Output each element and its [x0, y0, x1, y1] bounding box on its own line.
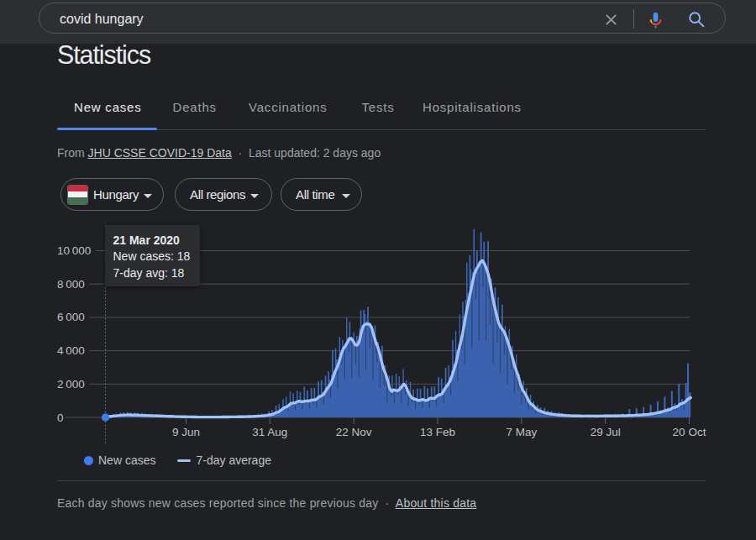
svg-text:2 000: 2 000 — [57, 378, 85, 391]
svg-text:20 Oct: 20 Oct — [673, 426, 706, 438]
svg-text:4 000: 4 000 — [57, 344, 85, 357]
svg-text:10 000: 10 000 — [57, 244, 91, 257]
svg-text:7 May: 7 May — [506, 426, 537, 438]
svg-text:29 Jul: 29 Jul — [591, 426, 621, 438]
svg-text:6 000: 6 000 — [57, 311, 85, 323]
svg-text:0: 0 — [57, 412, 64, 424]
svg-text:9 Jun: 9 Jun — [172, 426, 200, 438]
svg-text:8 000: 8 000 — [57, 278, 85, 291]
svg-text:13 Feb: 13 Feb — [420, 426, 455, 438]
svg-text:22 Nov: 22 Nov — [336, 426, 372, 438]
svg-text:31 Aug: 31 Aug — [252, 426, 287, 438]
